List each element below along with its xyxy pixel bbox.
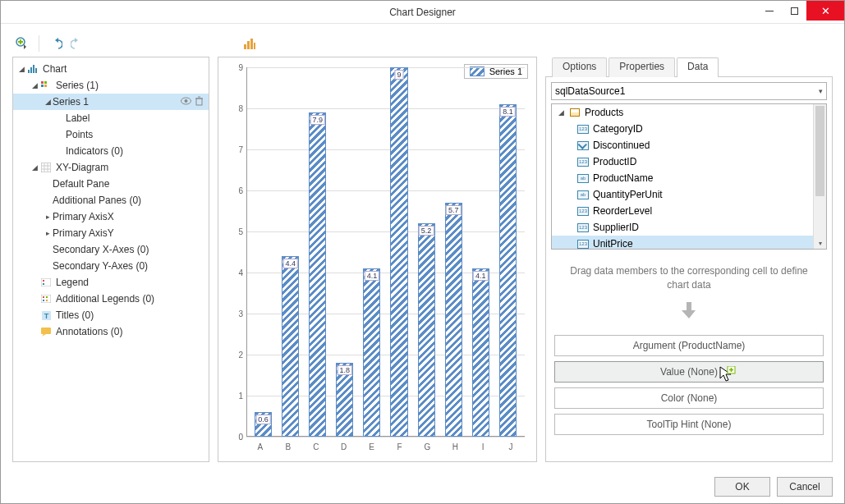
tree-node-points[interactable]: Points	[13, 126, 209, 143]
field-discontinued[interactable]: Discontinued	[552, 137, 813, 153]
undo-button[interactable]	[48, 35, 64, 52]
bar-column[interactable]: 8.1	[494, 67, 521, 437]
tab-properties[interactable]: Properties	[608, 57, 675, 77]
scrollbar[interactable]: ▾	[813, 104, 826, 249]
undo-icon	[49, 37, 62, 50]
svg-rect-23	[46, 300, 48, 301]
tree-node-series-group[interactable]: ◢ Series (1)	[13, 77, 209, 94]
tree-node-additional-legends[interactable]: Additional Legends (0)	[13, 291, 209, 307]
scroll-down-icon[interactable]: ▾	[814, 237, 826, 249]
tree-node-legend[interactable]: Legend	[13, 274, 209, 291]
close-icon: ✕	[821, 5, 830, 17]
drop-argument[interactable]: Argument (ProductName)	[554, 335, 824, 356]
svg-rect-8	[35, 68, 37, 73]
tree-node-additional-panes[interactable]: Additional Panes (0)	[13, 192, 209, 208]
svg-rect-4	[254, 43, 255, 49]
expand-icon: ◢	[43, 98, 53, 106]
bar-column[interactable]: 4.1	[358, 67, 385, 437]
svg-text:T: T	[44, 312, 48, 320]
y-tick-label: 9	[228, 63, 243, 72]
number-field-icon: 123	[576, 123, 590, 135]
field-table-products[interactable]: ◢ Products	[552, 104, 813, 121]
visibility-icon[interactable]	[181, 96, 191, 108]
bar-column[interactable]: 5.2	[413, 67, 440, 437]
field-quantityperunit[interactable]: abQuantityPerUnit	[552, 186, 813, 203]
tab-data[interactable]: Data	[677, 57, 719, 77]
bar-column[interactable]: 5.7	[440, 67, 467, 437]
drop-color[interactable]: Color (None)	[554, 387, 824, 409]
bar-column[interactable]: 4.4	[277, 67, 304, 437]
y-tick-label: 3	[228, 309, 243, 318]
y-tick-label: 2	[228, 351, 243, 360]
chevron-down-icon: ▾	[819, 87, 823, 95]
close-button[interactable]: ✕	[806, 1, 844, 21]
y-tick-label: 6	[228, 186, 243, 195]
tree-node-primary-axisy[interactable]: ▸Primary AxisY	[13, 225, 209, 241]
field-productname[interactable]: abProductName	[552, 170, 813, 186]
minimize-button[interactable]	[757, 1, 782, 21]
cancel-button[interactable]: Cancel	[777, 477, 833, 497]
collapse-icon: ▸	[43, 229, 53, 237]
bar-column[interactable]: 1.8	[331, 67, 358, 437]
y-tick-label: 8	[228, 104, 243, 113]
field-reorderlevel[interactable]: 123ReorderLevel	[552, 203, 813, 219]
svg-rect-11	[41, 85, 44, 87]
drop-value[interactable]: Value (None)	[554, 361, 824, 383]
delete-icon[interactable]	[195, 96, 204, 108]
number-field-icon: 123	[576, 156, 590, 167]
expand-icon: ◢	[557, 108, 565, 117]
scroll-thumb[interactable]	[815, 106, 824, 196]
maximize-button[interactable]	[782, 1, 806, 21]
tree-node-label[interactable]: Label	[13, 110, 209, 126]
bars-container: 0.64.47.91.84.195.25.74.18.1	[246, 67, 525, 437]
tree-node-primary-axisx[interactable]: ▸Primary AxisX	[13, 208, 209, 225]
number-field-icon: 123	[576, 205, 590, 217]
x-tick-label: H	[441, 442, 469, 451]
x-tick-label: B	[274, 442, 302, 451]
datasource-dropdown[interactable]: sqlDataSource1 ▾	[551, 82, 827, 100]
window-controls: ✕	[757, 1, 844, 21]
tree-node-secondary-y[interactable]: Secondary Y-Axes (0)	[13, 258, 209, 274]
drop-tooltip[interactable]: ToolTip Hint (None)	[554, 414, 824, 435]
tree-node-series1[interactable]: ◢ Series 1	[13, 94, 209, 110]
chart-style-button[interactable]	[241, 35, 258, 52]
right-panel: Options Properties Data sqlDataSource1 ▾…	[545, 57, 833, 462]
x-tick-label: C	[302, 442, 330, 451]
bar-column[interactable]: 0.6	[250, 67, 277, 437]
bar-column[interactable]: 7.9	[304, 67, 331, 437]
drop-hint-area: Drag data members to the corresponding c…	[551, 250, 827, 456]
bar-value-label: 5.2	[419, 226, 434, 236]
tree-node-annotations[interactable]: Annotations (0)	[13, 323, 209, 340]
field-categoryid[interactable]: 123CategoryID	[552, 121, 813, 137]
bar-column[interactable]: 9	[385, 67, 412, 437]
y-tick-label: 0	[228, 433, 243, 442]
field-productid[interactable]: 123ProductID	[552, 153, 813, 170]
structure-tree-panel[interactable]: ◢ Chart ◢ Series (1) ◢ Series 1	[12, 57, 209, 462]
toolbar	[12, 32, 833, 55]
redo-button[interactable]	[69, 35, 85, 52]
bar-column[interactable]: 4.1	[467, 67, 494, 437]
svg-rect-10	[44, 81, 47, 84]
tree-node-xydiagram[interactable]: ◢ XY-Diagram	[13, 159, 209, 176]
ok-button[interactable]: OK	[714, 477, 770, 497]
drop-targets: Argument (ProductName) Value (None) Colo…	[554, 335, 824, 435]
tree-node-chart[interactable]: ◢ Chart	[13, 61, 209, 77]
x-tick-label: I	[469, 442, 497, 451]
tab-options[interactable]: Options	[552, 57, 607, 77]
x-tick-label: G	[413, 442, 441, 451]
redo-icon	[71, 37, 84, 50]
right-tabs: Options Properties Data	[545, 57, 833, 76]
number-field-icon: 123	[576, 222, 590, 233]
tree-node-indicators[interactable]: Indicators (0)	[13, 143, 209, 159]
tree-node-default-pane[interactable]: Default Pane	[13, 176, 209, 192]
expand-icon: ◢	[30, 81, 39, 89]
svg-rect-3	[250, 39, 253, 49]
tree-node-titles[interactable]: T Titles (0)	[13, 307, 209, 323]
field-unitprice[interactable]: 123UnitPrice	[552, 236, 813, 249]
chart-preview-panel: Series 1 0.64.47.91.84.195.25.74.18.1 01…	[218, 57, 537, 462]
svg-rect-6	[30, 67, 32, 73]
tree-node-secondary-x[interactable]: Secondary X-Axes (0)	[13, 241, 209, 258]
svg-rect-17	[43, 280, 44, 282]
add-element-button[interactable]	[14, 35, 30, 52]
field-supplierid[interactable]: 123SupplierID	[552, 219, 813, 236]
